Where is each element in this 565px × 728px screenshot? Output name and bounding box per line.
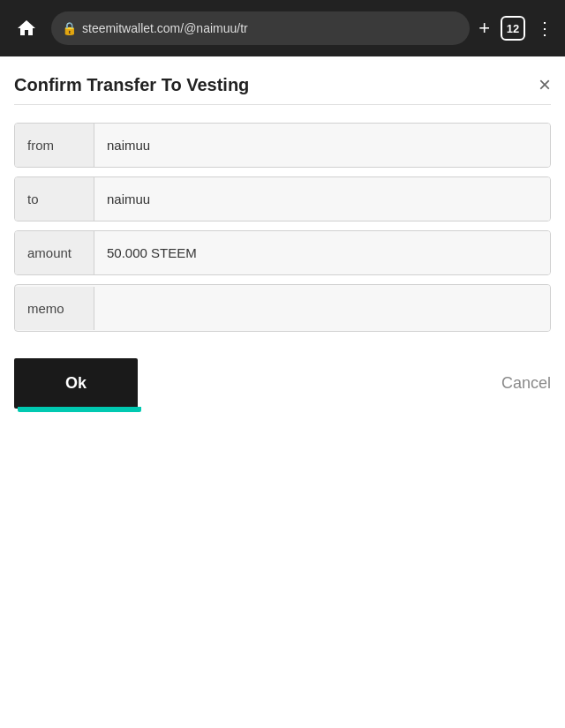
to-label: to (15, 177, 94, 221)
dialog-header: Confirm Transfer To Vesting × (14, 74, 551, 95)
from-row: from naimuu (14, 123, 551, 168)
from-label: from (15, 124, 94, 167)
amount-label: amount (15, 231, 94, 274)
home-icon (16, 18, 37, 39)
from-value: naimuu (94, 124, 550, 167)
lock-icon: 🔒 (62, 21, 77, 35)
to-row: to naimuu (14, 176, 551, 221)
memo-label: memo (15, 287, 94, 330)
buttons-row: Ok Cancel (14, 358, 551, 409)
to-value: naimuu (94, 177, 550, 221)
memo-value (94, 285, 550, 331)
dialog-title: Confirm Transfer To Vesting (14, 75, 249, 95)
header-divider (14, 104, 551, 105)
browser-chrome: 🔒 steemitwallet.com/@naimuu/tr + 12 ⋮ (0, 0, 565, 56)
amount-value: 50.000 STEEM (94, 231, 550, 274)
add-tab-button[interactable]: + (478, 19, 490, 38)
browser-menu-button[interactable]: ⋮ (536, 18, 554, 39)
address-bar[interactable]: 🔒 steemitwallet.com/@naimuu/tr (51, 11, 470, 45)
url-text: steemitwallet.com/@naimuu/tr (82, 21, 248, 35)
close-button[interactable]: × (539, 74, 551, 95)
cancel-button[interactable]: Cancel (501, 374, 551, 393)
home-button[interactable] (11, 12, 42, 44)
ok-button[interactable]: Ok (14, 358, 138, 409)
browser-actions: + 12 ⋮ (478, 16, 554, 41)
amount-row: amount 50.000 STEEM (14, 230, 551, 275)
tab-count[interactable]: 12 (501, 16, 525, 41)
page-content: Confirm Transfer To Vesting × from naimu… (0, 56, 565, 728)
memo-row: memo (14, 284, 551, 332)
